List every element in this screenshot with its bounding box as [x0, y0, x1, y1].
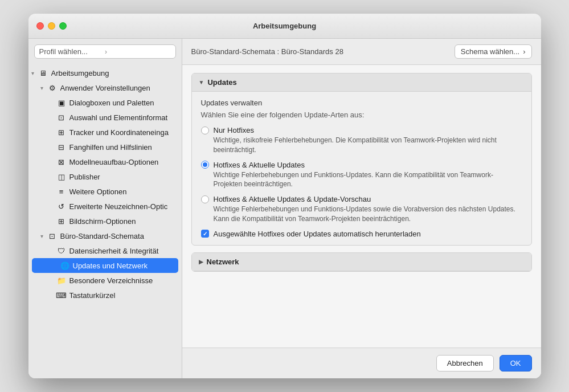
- tree-toggle-icon: [47, 187, 56, 196]
- sidebar-item-buero-standard[interactable]: ▾⊡Büro-Standard-Schemata: [28, 228, 182, 243]
- sidebar-item-label: Arbeitsumgebung: [51, 69, 177, 77]
- radio-label-text: Hotfixes & Aktuelle Updates: [214, 161, 305, 169]
- sidebar-item-updates-netzwerk[interactable]: 🌐Updates und Netzwerk: [32, 258, 178, 273]
- tree-toggle-icon: [50, 261, 59, 270]
- sidebar-item-label: Weitere Optionen: [69, 187, 177, 196]
- section-toggle-icon: ▶: [199, 259, 203, 265]
- schema-selector[interactable]: Schema wählen... ›: [455, 44, 532, 59]
- main-header: Büro-Standard-Schemata : Büro-Standards …: [182, 39, 541, 65]
- prefs-icon: ⚙: [47, 82, 58, 93]
- close-button[interactable]: [36, 22, 44, 30]
- tracker-icon: ⊞: [56, 126, 67, 138]
- section-body-updates: Updates verwaltenWählen Sie eine der fol…: [192, 92, 531, 245]
- section-title: Netzwerk: [207, 258, 239, 266]
- cancel-button[interactable]: Abbrechen: [436, 355, 494, 371]
- sidebar-item-weitere[interactable]: ≡Weitere Optionen: [28, 184, 182, 199]
- radio-input-hotfixes-aktuelle[interactable]: [201, 161, 209, 169]
- checkbox-row: Ausgewählte Hotfixes oder Updates automa…: [201, 230, 522, 238]
- screen-icon: ⊞: [56, 215, 67, 227]
- traffic-lights: [36, 22, 67, 30]
- sidebar-item-arbeitsumgebung[interactable]: ▾🖥Arbeitsumgebung: [28, 66, 182, 80]
- sidebar-item-dialogboxen[interactable]: ▣Dialogboxen und Paletten: [28, 95, 182, 110]
- main-body: ▼UpdatesUpdates verwaltenWählen Sie eine…: [182, 65, 541, 348]
- snap-icon: ⊟: [56, 141, 67, 153]
- publisher-icon: ◫: [56, 171, 67, 182]
- tree-toggle-icon: [47, 276, 56, 285]
- radio-description: Wichtige, risikofreie Fehlerbehebungen. …: [214, 136, 522, 155]
- tree-toggle-icon: [47, 157, 56, 166]
- sidebar-item-label: Besondere Verzeichnisse: [69, 276, 177, 285]
- section-updates: ▼UpdatesUpdates verwaltenWählen Sie eine…: [191, 73, 532, 246]
- dialog-icon: ▣: [56, 97, 67, 108]
- sidebar-item-label: Publisher: [69, 173, 177, 181]
- sidebar-item-label: Auswahl und Elementinformat: [69, 113, 177, 122]
- radio-input-hotfixes-vorschau[interactable]: [201, 195, 209, 203]
- radio-label-row: Hotfixes & Aktuelle Updates: [201, 161, 522, 169]
- sidebar-item-tracker[interactable]: ⊞Tracker und Koordinateneinga: [28, 125, 182, 140]
- radio-label-row: Hotfixes & Aktuelle Updates & Update-Vor…: [201, 195, 522, 203]
- titlebar: Arbeitsumgebung: [28, 14, 541, 39]
- profile-label: Profil wählen...: [39, 47, 105, 56]
- sidebar-item-auswahl[interactable]: ⊡Auswahl und Elementinformat: [28, 110, 182, 125]
- tree-toggle-icon: [47, 291, 56, 300]
- sidebar-item-bildschirm[interactable]: ⊞Bildschirm-Optionen: [28, 214, 182, 228]
- sidebar-item-label: Fanghilfen und Hilfslinien: [69, 143, 177, 152]
- section-header-netzwerk[interactable]: ▶Netzwerk: [192, 253, 531, 271]
- radio-label-row: Nur Hotfixes: [201, 126, 522, 134]
- tree-toggle-icon: [47, 98, 56, 107]
- tree-toggle-icon: [47, 172, 56, 181]
- ok-button[interactable]: OK: [500, 355, 532, 371]
- sidebar-item-label: Tracker und Koordinateneinga: [69, 128, 177, 137]
- schema-selector-label: Schema wählen...: [461, 47, 519, 56]
- section-desc: Wählen Sie eine der folgenden Update-Art…: [201, 111, 522, 119]
- radio-description: Wichtige Fehlerbehebungen und Funktions-…: [214, 170, 522, 190]
- tree-toggle-icon[interactable]: ▾: [38, 83, 47, 92]
- section-header-updates[interactable]: ▼Updates: [192, 74, 531, 92]
- maximize-button[interactable]: [59, 22, 67, 30]
- schema-icon: ⊡: [47, 230, 58, 242]
- select-icon: ⊡: [56, 112, 67, 123]
- monitor-icon: 🖥: [38, 67, 49, 79]
- radio-label-text: Hotfixes & Aktuelle Updates & Update-Vor…: [214, 195, 371, 203]
- section-title: Updates: [207, 78, 236, 87]
- redraw-icon: ↺: [56, 201, 67, 212]
- net-icon: 🌐: [59, 260, 71, 271]
- radio-input-hotfixes-only[interactable]: [201, 126, 209, 134]
- sidebar-item-fanghilfen[interactable]: ⊟Fanghilfen und Hilfslinien: [28, 140, 182, 154]
- sidebar-item-label: Büro-Standard-Schemata: [60, 232, 177, 240]
- data-icon: 🛡: [56, 245, 67, 256]
- chevron-right-icon: ›: [523, 47, 525, 56]
- checkbox-input[interactable]: [201, 230, 209, 238]
- main-panel: Büro-Standard-Schemata : Büro-Standards …: [182, 39, 541, 378]
- footer: Abbrechen OK: [182, 348, 541, 378]
- tree-toggle-icon: [47, 246, 56, 255]
- window-title: Arbeitsumgebung: [253, 22, 316, 30]
- main-window: Arbeitsumgebung Profil wählen... › ▾🖥Arb…: [28, 14, 541, 378]
- sidebar-item-label: Tastaturkürzel: [69, 291, 177, 300]
- sidebar-item-modell[interactable]: ⊠Modellneuaufbau-Optionen: [28, 154, 182, 169]
- sidebar-item-label: Bildschirm-Optionen: [69, 217, 177, 226]
- tree-toggle-icon[interactable]: ▾: [28, 68, 38, 77]
- sidebar: Profil wählen... › ▾🖥Arbeitsumgebung▾⚙An…: [28, 39, 182, 378]
- profile-selector[interactable]: Profil wählen... ›: [34, 44, 176, 59]
- sidebar-item-label: Modellneuaufbau-Optionen: [69, 158, 177, 166]
- sidebar-item-tastatur[interactable]: ⌨Tastaturkürzel: [28, 288, 182, 303]
- tree-toggle-icon: [47, 217, 56, 226]
- rebuild-icon: ⊠: [56, 156, 67, 168]
- sidebar-item-publisher[interactable]: ◫Publisher: [28, 169, 182, 184]
- radio-description: Wichtige Fehlerbehebungen und Funktions-…: [214, 205, 522, 224]
- sidebar-item-anwender-voreinstellungen[interactable]: ▾⚙Anwender Voreinstellungen: [28, 80, 182, 95]
- minimize-button[interactable]: [48, 22, 55, 30]
- sidebar-item-label: Datensicherheit & Integrität: [69, 247, 177, 255]
- sidebar-item-label: Dialogboxen und Paletten: [69, 99, 177, 107]
- sidebar-item-erweiterte[interactable]: ↺Erweiterte Neuzeichnen-Optic: [28, 199, 182, 214]
- radio-option-hotfixes-vorschau: Hotfixes & Aktuelle Updates & Update-Vor…: [201, 195, 522, 224]
- sidebar-item-datensicherheit[interactable]: 🛡Datensicherheit & Integrität: [28, 243, 182, 258]
- sidebar-item-besondere[interactable]: 📁Besondere Verzeichnisse: [28, 273, 182, 288]
- tree-toggle-icon[interactable]: ▾: [38, 231, 47, 240]
- key-icon: ⌨: [56, 289, 67, 301]
- tree-toggle-icon: [47, 128, 56, 137]
- radio-group: Nur HotfixesWichtige, risikofreie Fehler…: [201, 126, 522, 224]
- sidebar-tree: ▾🖥Arbeitsumgebung▾⚙Anwender Voreinstellu…: [28, 63, 182, 378]
- section-subtitle: Updates verwalten: [201, 99, 522, 107]
